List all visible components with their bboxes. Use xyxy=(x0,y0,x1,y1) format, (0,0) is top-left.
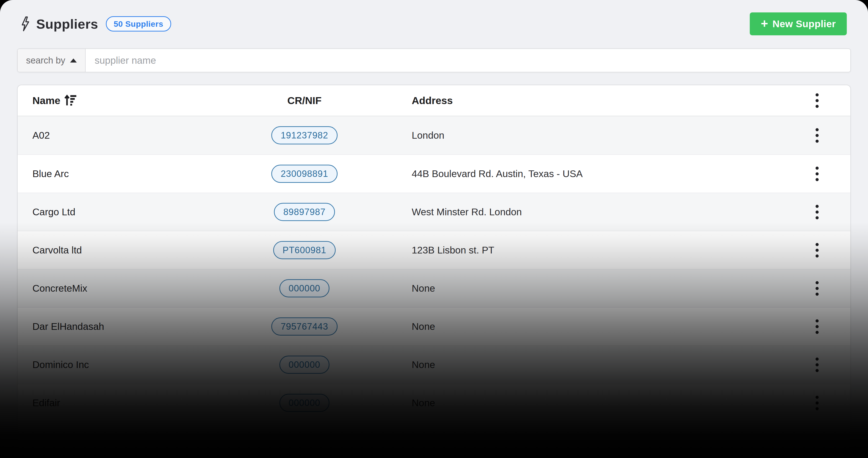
table-row[interactable]: Cargo Ltd 89897987 West Minster Rd. Lond… xyxy=(18,193,850,231)
address-column-label: Address xyxy=(412,95,453,107)
cr-nif-cell: 230098891 xyxy=(252,165,356,183)
table-row[interactable]: A02 191237982 London xyxy=(18,116,850,154)
table-row[interactable]: Edifair 000000 None xyxy=(18,383,850,422)
cr-nif-badge: PT600981 xyxy=(273,241,335,259)
supplier-address: 123B Lisbon st. PT xyxy=(412,245,494,256)
cr-nif-badge: 230098891 xyxy=(271,165,337,183)
search-input[interactable] xyxy=(86,49,850,72)
address-cell: None xyxy=(356,283,784,294)
table-body: A02 191237982 London Blue Arc 230098891 … xyxy=(18,116,850,422)
app-window: Suppliers 50 Suppliers + New Supplier se… xyxy=(0,0,868,458)
screen: Suppliers 50 Suppliers + New Supplier se… xyxy=(0,0,868,458)
table-row[interactable]: Dominico Inc 000000 None xyxy=(18,345,850,383)
cr-nif-badge: 795767443 xyxy=(271,317,337,336)
header-kebab-menu-icon[interactable] xyxy=(811,90,824,111)
address-cell: 44B Boulevard Rd. Austin, Texas - USA xyxy=(356,168,784,179)
row-menu-cell xyxy=(784,239,850,261)
table-header-row: Name CR/NIF xyxy=(18,85,850,116)
row-menu-cell xyxy=(784,125,850,146)
name-cell: Cargo Ltd xyxy=(18,206,252,218)
address-cell: 123B Lisbon st. PT xyxy=(356,245,784,256)
name-cell: Dominico Inc xyxy=(18,359,252,370)
plus-icon: + xyxy=(761,17,768,30)
caret-up-icon xyxy=(70,58,77,62)
supplier-name: Dar ElHandasah xyxy=(32,321,104,332)
supplier-address: None xyxy=(412,321,435,332)
supplier-address: 44B Boulevard Rd. Austin, Texas - USA xyxy=(412,168,583,179)
address-cell: West Minster Rd. London xyxy=(356,206,784,218)
search-by-dropdown[interactable]: search by xyxy=(18,49,86,72)
row-menu-cell xyxy=(784,278,850,299)
row-kebab-menu-icon[interactable] xyxy=(811,316,824,337)
header-menu-cell xyxy=(784,90,850,111)
supplier-name: Dominico Inc xyxy=(32,359,89,370)
supplier-name: Edifair xyxy=(32,397,60,409)
address-cell: None xyxy=(356,359,784,370)
new-supplier-label: New Supplier xyxy=(772,18,836,30)
address-cell: London xyxy=(356,130,784,141)
search-bar: search by xyxy=(17,49,851,72)
lightning-bolt-icon xyxy=(20,16,30,31)
cr-nif-cell: 191237982 xyxy=(252,126,356,144)
supplier-address: None xyxy=(412,397,435,409)
supplier-address: None xyxy=(412,359,435,370)
row-menu-cell xyxy=(784,201,850,223)
suppliers-table: Name CR/NIF xyxy=(17,85,851,458)
address-cell: None xyxy=(356,397,784,409)
table-row[interactable]: ConcreteMix 000000 None xyxy=(18,269,850,307)
column-header-cr-nif: CR/NIF xyxy=(252,95,356,107)
cr-nif-badge: 000000 xyxy=(279,279,330,297)
cr-nif-badge: 000000 xyxy=(279,394,330,412)
supplier-name: ConcreteMix xyxy=(32,283,87,294)
supplier-address: West Minster Rd. London xyxy=(412,206,522,218)
row-menu-cell xyxy=(784,163,850,184)
supplier-name: Carvolta ltd xyxy=(32,245,82,256)
new-supplier-button[interactable]: + New Supplier xyxy=(750,12,847,35)
row-menu-cell xyxy=(784,392,850,413)
column-header-name[interactable]: Name xyxy=(18,94,252,107)
supplier-name: Blue Arc xyxy=(32,168,69,179)
cr-nif-column-label: CR/NIF xyxy=(287,95,321,107)
name-column-label: Name xyxy=(32,95,60,107)
name-cell: ConcreteMix xyxy=(18,283,252,294)
table-row[interactable]: Blue Arc 230098891 44B Boulevard Rd. Aus… xyxy=(18,154,850,193)
cr-nif-cell: 000000 xyxy=(252,355,356,374)
name-cell: Carvolta ltd xyxy=(18,245,252,256)
name-cell: A02 xyxy=(18,130,252,141)
supplier-name: Cargo Ltd xyxy=(32,206,75,218)
row-kebab-menu-icon[interactable] xyxy=(811,392,824,413)
supplier-name: A02 xyxy=(32,130,50,141)
supplier-count-badge: 50 Suppliers xyxy=(106,16,171,31)
cr-nif-badge: 89897987 xyxy=(274,203,335,221)
row-menu-cell xyxy=(784,316,850,337)
page-title: Suppliers xyxy=(36,16,98,32)
page-header: Suppliers 50 Suppliers + New Supplier xyxy=(0,0,868,35)
cr-nif-badge: 000000 xyxy=(279,355,330,374)
cr-nif-cell: 795767443 xyxy=(252,317,356,336)
supplier-address: None xyxy=(412,283,435,294)
cr-nif-cell: 000000 xyxy=(252,279,356,297)
sort-ascending-icon xyxy=(64,94,76,107)
row-kebab-menu-icon[interactable] xyxy=(811,278,824,299)
row-kebab-menu-icon[interactable] xyxy=(811,354,824,375)
table-row[interactable]: Dar ElHandasah 795767443 None xyxy=(18,307,850,345)
name-cell: Edifair xyxy=(18,397,252,409)
row-menu-cell xyxy=(784,354,850,375)
row-kebab-menu-icon[interactable] xyxy=(811,239,824,261)
cr-nif-cell: PT600981 xyxy=(252,241,356,259)
column-header-address: Address xyxy=(356,95,784,107)
search-by-label: search by xyxy=(26,55,65,66)
cr-nif-cell: 000000 xyxy=(252,394,356,412)
name-cell: Blue Arc xyxy=(18,168,252,179)
cr-nif-cell: 89897987 xyxy=(252,203,356,221)
row-kebab-menu-icon[interactable] xyxy=(811,163,824,184)
supplier-address: London xyxy=(412,130,444,141)
row-kebab-menu-icon[interactable] xyxy=(811,125,824,146)
table-row[interactable]: Carvolta ltd PT600981 123B Lisbon st. PT xyxy=(18,231,850,269)
title-group: Suppliers 50 Suppliers xyxy=(20,16,171,32)
cr-nif-badge: 191237982 xyxy=(271,126,337,144)
address-cell: None xyxy=(356,321,784,332)
name-cell: Dar ElHandasah xyxy=(18,321,252,332)
row-kebab-menu-icon[interactable] xyxy=(811,201,824,223)
